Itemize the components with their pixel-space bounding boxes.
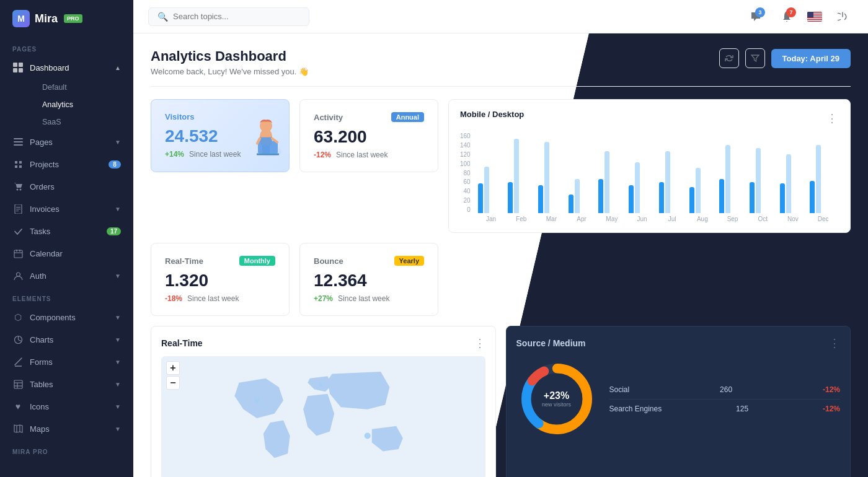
maps-label: Maps xyxy=(30,424,50,434)
search-box[interactable]: 🔍 xyxy=(148,7,309,26)
sidebar-item-tasks[interactable]: Tasks 17 xyxy=(0,220,133,242)
visitors-since: Since last week xyxy=(189,150,241,159)
page-subtitle: Welcome back, Lucy! We've missed you. 👋 xyxy=(151,67,309,76)
chat-badge: 3 xyxy=(755,7,765,17)
section-label-pages: PAGES xyxy=(0,37,133,56)
charts-chevron: ▼ xyxy=(115,336,121,343)
date-button[interactable]: Today: April 29 xyxy=(771,49,851,68)
language-flag[interactable] xyxy=(807,12,822,22)
sidebar-item-pages[interactable]: Pages ▼ xyxy=(0,131,133,153)
power-button[interactable] xyxy=(832,6,853,27)
invoices-icon xyxy=(12,203,24,214)
icons-chevron: ▼ xyxy=(115,403,121,410)
tables-label: Tables xyxy=(30,380,53,389)
auth-icon xyxy=(12,270,24,281)
page-title: Analytics Dashboard xyxy=(151,48,309,64)
icons-icon: ♥ xyxy=(12,401,24,412)
charts-label: Charts xyxy=(30,335,53,344)
tables-chevron: ▼ xyxy=(115,381,121,388)
svg-rect-2 xyxy=(13,68,17,72)
components-chevron: ▼ xyxy=(115,314,121,321)
sidebar-item-icons[interactable]: ♥ Icons ▼ xyxy=(0,395,133,418)
sidebar-item-orders[interactable]: Orders xyxy=(0,175,133,198)
sidebar-item-tables[interactable]: Tables ▼ xyxy=(0,373,133,395)
sidebar-item-maps[interactable]: Maps ▼ xyxy=(0,418,133,440)
tasks-label: Tasks xyxy=(30,227,50,236)
svg-point-41 xyxy=(255,398,259,403)
page-header-actions: Today: April 29 xyxy=(719,48,851,68)
svg-point-43 xyxy=(319,383,323,387)
page-content: Analytics Dashboard Welcome back, Lucy! … xyxy=(133,33,868,477)
filter-button[interactable] xyxy=(745,48,765,68)
visitors-illustration xyxy=(236,112,283,160)
pages-icon xyxy=(12,136,24,147)
activity-title: Activity xyxy=(314,113,343,122)
projects-icon xyxy=(12,159,24,170)
bounce-change: +27% xyxy=(314,294,333,303)
map-controls: + − xyxy=(166,361,180,390)
sidebar-item-forms[interactable]: Forms ▼ xyxy=(0,351,133,373)
svg-rect-32 xyxy=(807,20,822,21)
pro-badge: PRO xyxy=(64,14,82,23)
source-medium-card: Source / Medium ⋮ xyxy=(506,326,851,477)
svg-rect-0 xyxy=(13,63,17,67)
realtime-change: -18% xyxy=(165,294,182,303)
map-more[interactable]: ⋮ xyxy=(474,336,485,350)
dashboard-label: Dashboard xyxy=(30,63,69,72)
components-label: Components xyxy=(30,313,76,322)
svg-point-42 xyxy=(365,433,371,439)
submenu-default[interactable]: Default xyxy=(30,79,133,96)
maps-icon xyxy=(12,423,24,434)
sidebar-item-calendar[interactable]: Calendar xyxy=(0,242,133,265)
submenu-saas[interactable]: SaaS xyxy=(30,113,133,131)
bounce-title: Bounce xyxy=(314,256,343,266)
svg-point-7 xyxy=(16,188,18,190)
source-name-social: Social xyxy=(609,385,630,394)
pages-chevron: ▼ xyxy=(115,139,121,146)
search-input[interactable] xyxy=(173,12,300,21)
page-title-area: Analytics Dashboard Welcome back, Lucy! … xyxy=(151,48,309,76)
dashboard-icon xyxy=(12,62,24,73)
visitors-title: Visitors xyxy=(165,112,194,121)
sidebar-item-invoices[interactable]: Invoices ▼ xyxy=(0,198,133,220)
sidebar-item-projects[interactable]: Projects 8 xyxy=(0,153,133,175)
app-logo[interactable]: M Mira PRO xyxy=(0,0,133,37)
map-zoom-in[interactable]: + xyxy=(166,361,180,375)
svg-rect-11 xyxy=(16,209,20,209)
svg-rect-13 xyxy=(14,250,22,258)
map-title: Real-Time xyxy=(161,338,203,348)
section-label-elements: ELEMENTS xyxy=(0,287,133,306)
bounce-card: Bounce Yearly 12.364 +27% Since last wee… xyxy=(299,243,438,316)
chat-button[interactable]: 3 xyxy=(745,6,766,27)
svg-point-8 xyxy=(19,188,21,190)
invoices-label: Invoices xyxy=(30,204,60,214)
mobile-desktop-more[interactable]: ⋮ xyxy=(826,112,839,125)
sidebar-item-auth[interactable]: Auth ▼ xyxy=(0,265,133,287)
invoices-chevron: ▼ xyxy=(115,206,121,212)
map-zoom-out[interactable]: − xyxy=(166,376,180,390)
forms-label: Forms xyxy=(30,357,53,367)
bounce-value: 12.364 xyxy=(314,271,424,291)
source-change-search: -12% xyxy=(823,405,840,413)
refresh-button[interactable] xyxy=(719,48,739,68)
activity-badge: Annual xyxy=(391,112,424,122)
donut-chart: +23% new visitors xyxy=(516,359,597,439)
sidebar-item-charts[interactable]: Charts ▼ xyxy=(0,328,133,351)
svg-rect-5 xyxy=(14,141,23,142)
calendar-label: Calendar xyxy=(30,249,63,258)
bar-chart xyxy=(476,133,839,213)
source-more[interactable]: ⋮ xyxy=(829,336,840,350)
svg-rect-33 xyxy=(807,12,813,17)
tasks-badge: 17 xyxy=(107,227,121,235)
sidebar-item-components[interactable]: ⬡ Components ▼ xyxy=(0,306,133,328)
forms-icon xyxy=(12,356,24,367)
visitors-card: Visitors 24.532 +14% Since last week xyxy=(151,99,290,172)
submenu-analytics[interactable]: Analytics xyxy=(30,96,133,113)
mobile-desktop-chart: Mobile / Desktop ⋮ 160140120100806040200 xyxy=(448,99,851,233)
realtime-map-card: Real-Time ⋮ + − xyxy=(151,326,496,477)
notification-button[interactable]: 7 xyxy=(776,6,797,27)
source-name-search: Search Engines xyxy=(609,405,662,413)
sidebar-item-dashboard[interactable]: Dashboard ▲ xyxy=(0,56,133,79)
activity-card: Activity Annual 63.200 -12% Since last w… xyxy=(299,99,438,172)
source-title: Source / Medium xyxy=(516,338,586,348)
